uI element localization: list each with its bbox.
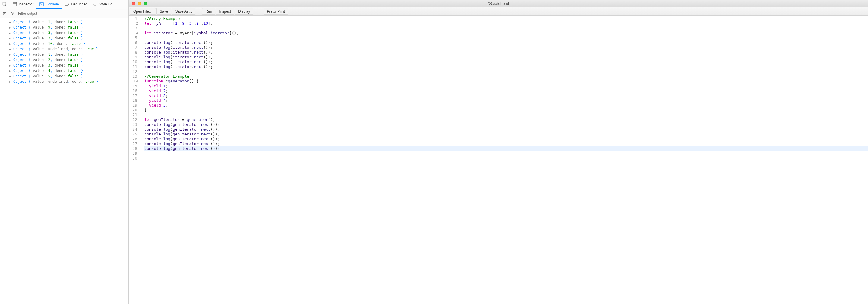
open-file-button[interactable]: Open File…: [130, 8, 156, 15]
code-line[interactable]: yield 1;: [144, 84, 868, 89]
gutter-line[interactable]: 13: [129, 74, 141, 79]
gutter-line[interactable]: 27: [129, 141, 141, 146]
console-row[interactable]: ▶Object { value: 2, done: false }: [0, 35, 128, 41]
gutter-line[interactable]: 3: [129, 26, 141, 31]
gutter-line[interactable]: 28: [129, 146, 141, 151]
code-line[interactable]: console.log(genIterator.next());: [144, 127, 868, 132]
code-line[interactable]: yield 4;: [144, 98, 868, 103]
code-line[interactable]: [144, 151, 868, 156]
zoom-window-button[interactable]: [144, 2, 147, 5]
gutter-line[interactable]: 29: [129, 151, 141, 156]
code-line[interactable]: console.log(iterator.next());: [144, 45, 868, 50]
gutter-line[interactable]: 14▾: [129, 79, 141, 84]
minimize-window-button[interactable]: [138, 2, 141, 5]
pretty-print-button[interactable]: Pretty Print: [264, 8, 288, 15]
code-line[interactable]: yield 5;: [144, 103, 868, 108]
gutter-line[interactable]: 12: [129, 69, 141, 74]
console-row[interactable]: ▶Object { value: 2, done: false }: [0, 57, 128, 63]
disclosure-triangle-icon[interactable]: ▶: [9, 75, 12, 78]
disclosure-triangle-icon[interactable]: ▶: [9, 31, 12, 35]
close-window-button[interactable]: [132, 2, 135, 5]
disclosure-triangle-icon[interactable]: ▶: [9, 53, 12, 56]
gutter-line[interactable]: 17: [129, 93, 141, 98]
tab-debugger[interactable]: Debugger: [62, 0, 90, 9]
console-row[interactable]: ▶Object { value: undefined, done: true }: [0, 46, 128, 52]
tab-console[interactable]: Console: [36, 0, 62, 9]
gutter-line[interactable]: 9: [129, 55, 141, 60]
disclosure-triangle-icon[interactable]: ▶: [9, 26, 12, 29]
code-line[interactable]: console.log(genIterator.next());: [144, 122, 868, 127]
console-row[interactable]: ▶Object { value: 5, done: false }: [0, 73, 128, 79]
gutter-line[interactable]: 20: [129, 108, 141, 112]
code-line[interactable]: console.log(iterator.next());: [144, 50, 868, 55]
disclosure-triangle-icon[interactable]: ▶: [9, 37, 12, 40]
gutter-line[interactable]: 21: [129, 112, 141, 117]
code-line[interactable]: let genIterator = generator();: [144, 117, 868, 122]
gutter-line[interactable]: 25: [129, 132, 141, 137]
code-line[interactable]: [144, 112, 868, 117]
console-row[interactable]: ▶Object { value: 3, done: false }: [0, 30, 128, 35]
console-output[interactable]: ▶Object { value: 1, done: false }▶Object…: [0, 18, 128, 304]
code-line[interactable]: console.log(genIterator.next());: [144, 132, 868, 137]
gutter-line[interactable]: 6: [129, 40, 141, 45]
code-line[interactable]: [144, 35, 868, 40]
save-button[interactable]: Save: [156, 8, 171, 15]
editor-code-area[interactable]: //Array Examplelet myArr = [1 ,9 ,3 ,2 ,…: [142, 15, 868, 304]
gutter-line[interactable]: 16: [129, 89, 141, 93]
tab-style-editor[interactable]: Style Ed: [90, 0, 116, 9]
code-line[interactable]: //Generator Example: [144, 74, 868, 79]
gutter-line[interactable]: 4▾: [129, 31, 141, 35]
pick-element-button[interactable]: [0, 0, 10, 9]
code-line[interactable]: yield 2;: [144, 89, 868, 93]
console-row[interactable]: ▶Object { value: 1, done: false }: [0, 52, 128, 57]
code-line[interactable]: [144, 26, 868, 31]
gutter-line[interactable]: 10: [129, 60, 141, 64]
code-line[interactable]: }: [144, 108, 868, 112]
code-line[interactable]: console.log(genIterator.next());: [144, 137, 868, 141]
gutter-line[interactable]: 18: [129, 98, 141, 103]
gutter-line[interactable]: 5: [129, 35, 141, 40]
gutter-line[interactable]: 7: [129, 45, 141, 50]
gutter-line[interactable]: 8: [129, 50, 141, 55]
fold-marker-icon[interactable]: ▾: [139, 79, 141, 84]
code-line[interactable]: [144, 69, 868, 74]
disclosure-triangle-icon[interactable]: ▶: [9, 42, 12, 45]
gutter-line[interactable]: 15: [129, 84, 141, 89]
code-line[interactable]: [144, 156, 868, 161]
fold-marker-icon[interactable]: ▾: [139, 21, 141, 26]
code-line[interactable]: console.log(iterator.next());: [144, 40, 868, 45]
clear-console-button[interactable]: [0, 9, 8, 18]
tab-inspector[interactable]: Inspector: [10, 0, 36, 9]
code-line[interactable]: function *generator() {: [144, 79, 868, 84]
run-button[interactable]: Run: [202, 8, 215, 15]
disclosure-triangle-icon[interactable]: ▶: [9, 58, 12, 62]
code-line[interactable]: console.log(genIterator.next());: [144, 146, 868, 151]
gutter-line[interactable]: 2▾: [129, 21, 141, 26]
code-line[interactable]: //Array Example: [144, 16, 868, 21]
gutter-line[interactable]: 1: [129, 16, 141, 21]
console-row[interactable]: ▶Object { value: 10, done: false }: [0, 41, 128, 46]
gutter-line[interactable]: 23: [129, 122, 141, 127]
save-as-button[interactable]: Save As…: [172, 8, 195, 15]
disclosure-triangle-icon[interactable]: ▶: [9, 47, 12, 51]
code-line[interactable]: let iterator = myArr[Symbol.iterator]();: [144, 31, 868, 35]
console-row[interactable]: ▶Object { value: undefined, done: true }: [0, 79, 128, 84]
code-line[interactable]: yield 3;: [144, 93, 868, 98]
disclosure-triangle-icon[interactable]: ▶: [9, 21, 12, 24]
gutter-line[interactable]: 19: [129, 103, 141, 108]
display-button[interactable]: Display: [235, 8, 253, 15]
disclosure-triangle-icon[interactable]: ▶: [9, 64, 12, 67]
code-line[interactable]: console.log(iterator.next());: [144, 60, 868, 64]
code-line[interactable]: console.log(iterator.next());: [144, 64, 868, 69]
code-line[interactable]: console.log(genIterator.next());: [144, 141, 868, 146]
filter-button[interactable]: [8, 9, 17, 18]
gutter-line[interactable]: 22: [129, 117, 141, 122]
window-titlebar[interactable]: *Scratchpad: [129, 0, 868, 7]
gutter-line[interactable]: 30: [129, 156, 141, 161]
gutter-line[interactable]: 24: [129, 127, 141, 132]
inspect-button[interactable]: Inspect: [216, 8, 234, 15]
code-line[interactable]: console.log(iterator.next());: [144, 55, 868, 60]
filter-output-input[interactable]: [17, 11, 128, 15]
fold-marker-icon[interactable]: ▾: [139, 31, 141, 35]
code-editor[interactable]: 12▾34▾567891011121314▾151617181920212223…: [129, 15, 868, 304]
